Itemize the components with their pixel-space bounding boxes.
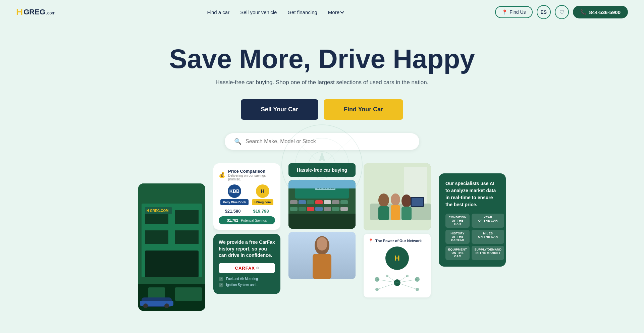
search-input[interactable] [246,138,410,145]
location-icon: 📍 [502,9,507,15]
svg-line-69 [377,283,397,289]
svg-rect-33 [290,200,298,204]
svg-rect-32 [340,207,348,211]
svg-rect-17 [175,287,202,301]
woman-image [288,232,356,279]
svg-rect-11 [175,210,199,224]
svg-rect-35 [307,200,314,204]
ai-tag-history: HISTORYOF THE CARFAX [445,230,470,244]
nav-financing[interactable]: Get financing [287,9,317,15]
svg-rect-47 [313,254,331,279]
svg-rect-28 [307,207,314,211]
carfax-logo-wrap: CARFAX ® [219,263,275,273]
kbb-logo: KBB Kelly Blue Book [220,184,249,205]
network-header: 📍 The Power of Our Network [368,238,426,243]
office-card: 📍 The Power of Our Network H [364,163,431,297]
logo[interactable]: H GREG .com [16,7,55,17]
svg-rect-37 [324,200,331,204]
network-h-logo: H [394,254,400,263]
carfax-feature-1: ✓ Fuel and Air Metering [219,277,275,281]
hero-section: Save More, Drive Happy Hassle-free car b… [0,24,644,150]
svg-line-68 [397,279,417,283]
svg-line-72 [397,276,407,283]
svg-rect-14 [145,251,199,277]
hassle-label: Hassle-free car buying [288,163,356,177]
price-card: 💰 Price Comparison Delivering on our sav… [213,163,280,294]
svg-rect-55 [391,205,400,220]
building-card: H GREG.COM [138,183,205,311]
favorites-button[interactable]: ♡ [555,5,569,19]
svg-rect-27 [299,207,306,211]
svg-point-52 [378,193,389,207]
svg-rect-29 [315,207,323,211]
language-button[interactable]: ES [537,5,551,19]
ai-card: Our specialists use AI to analyze market… [439,173,506,267]
hgreg-logo: H HGreg.com [252,184,274,205]
svg-point-56 [401,195,412,207]
phone-button[interactable]: 📞 844-536-5900 [573,6,628,18]
svg-rect-26 [290,207,298,211]
sell-car-button[interactable]: Sell Your Car [241,99,318,120]
nav-right: 📍 Find Us ES ♡ 📞 844-536-5900 [495,5,628,19]
svg-rect-34 [299,200,306,204]
nav-find-car[interactable]: Find a car [207,9,230,15]
svg-rect-38 [332,200,339,204]
logo-com: .com [46,10,55,15]
carfax-box: We provide a free CarFax history report,… [213,234,280,294]
chevron-down-icon [340,10,344,13]
logo-h: H [16,7,23,17]
lot-image: H GREG.COM [288,180,356,229]
pc-title: Price Comparison [228,169,275,174]
svg-point-54 [391,193,400,206]
nav-links: Find a car Sell your vehicle Get financi… [207,9,344,15]
ai-tag-condition: CONDITIONOF THE CAR [445,214,470,228]
search-bar: 🔍 [225,133,419,150]
svg-line-71 [387,276,397,283]
ai-tag-year: YEAROF THE CAR [472,214,504,228]
nav-more[interactable]: More [328,9,343,15]
hero-buttons: Sell Your Car Find Your Car [7,99,637,120]
svg-rect-36 [315,200,323,204]
cards-section: H GREG.COM 💰 Price Comparison Delivering… [0,163,644,324]
svg-rect-30 [324,207,331,211]
pc-header: 💰 Price Comparison Delivering on our sav… [219,169,275,181]
svg-rect-12 [145,230,168,244]
carfax-logo: CARFAX [235,266,255,271]
svg-point-23 [164,303,169,308]
svg-rect-59 [412,198,423,206]
office-image [364,163,431,230]
svg-point-22 [143,303,148,308]
search-bar-wrap: 🔍 [7,133,637,150]
network-title: The Power of Our Network [375,239,422,243]
svg-line-70 [397,283,417,289]
svg-rect-39 [340,200,348,204]
svg-rect-43 [288,180,356,188]
pc-prices: $21,580 $19,798 [219,209,275,214]
building-image: H GREG.COM [138,183,205,311]
price-comparison-box: 💰 Price Comparison Delivering on our sav… [213,163,280,230]
pc-logos: KBB Kelly Blue Book H HGreg.com [219,184,275,205]
network-logo-circle: H [385,246,409,270]
svg-rect-31 [332,207,339,211]
find-us-button[interactable]: 📍 Find Us [495,6,532,18]
ai-text: Our specialists use AI to analyze market… [445,180,499,208]
hassle-card: Hassle-free car buying [288,163,356,279]
svg-rect-53 [378,206,389,220]
check-icon: ✓ [219,277,223,281]
navbar: H GREG .com Find a car Sell your vehicle… [0,0,644,24]
search-icon: 🔍 [234,138,241,145]
find-car-button[interactable]: Find Your Car [324,99,403,120]
savings-badge: $1,782 Potential Savings [219,216,275,224]
ai-tag-equipment: EQUIPMENTON THE CAR [445,246,470,260]
kbb-price: $21,580 [225,209,241,214]
nav-sell-vehicle[interactable]: Sell your vehicle [240,9,277,15]
price-icon: 💰 [219,172,225,178]
hero-title: Save More, Drive Happy [7,44,637,74]
svg-line-67 [377,279,397,283]
svg-point-48 [317,237,327,251]
ai-tag-supply: SUPPLY/DEMANDIN THE MARKET [472,246,504,260]
ai-tag-miles: MILESON THE CAR [472,230,504,244]
svg-rect-13 [175,230,199,244]
logo-greg: GREG [23,8,45,16]
hero-subtitle: Hassle-free car buying. Shop one of the … [7,79,637,86]
